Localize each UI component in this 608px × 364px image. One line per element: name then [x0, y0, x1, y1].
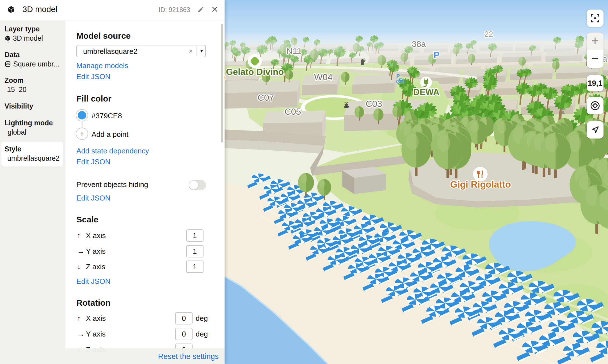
- svg-text:C05: C05: [285, 107, 301, 117]
- svg-text:22: 22: [484, 30, 493, 38]
- svg-text:P: P: [396, 73, 400, 79]
- svg-text:C03: C03: [366, 99, 382, 109]
- svg-text:P: P: [434, 50, 440, 60]
- svg-text:N11: N11: [287, 46, 301, 56]
- svg-text:W04: W04: [314, 72, 333, 82]
- svg-text:Gigi Rigolatto: Gigi Rigolatto: [450, 179, 511, 190]
- svg-text:38a: 38a: [412, 39, 426, 49]
- svg-text:DEWA: DEWA: [413, 87, 440, 97]
- svg-text:C07: C07: [258, 93, 274, 103]
- svg-text:45a: 45a: [593, 54, 607, 63]
- svg-text:Gelato Divino: Gelato Divino: [226, 67, 284, 77]
